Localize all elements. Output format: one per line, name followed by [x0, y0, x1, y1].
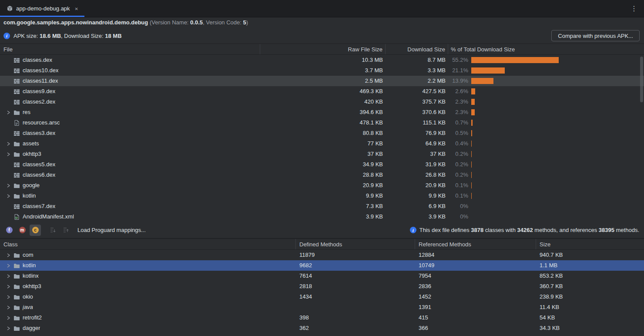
apk-size-value: 18.6 MB: [40, 33, 61, 39]
download-size-bar: [471, 109, 475, 115]
compare-previous-apk-button[interactable]: Compare with previous APK...: [551, 30, 640, 41]
expand-chevron-icon[interactable]: [3, 184, 13, 188]
download-size-value: 375.7 KB: [386, 97, 448, 107]
class-table-row[interactable]: retrofit2 398 415 54 KB: [0, 312, 644, 323]
close-icon[interactable]: [73, 5, 80, 12]
referenced-methods-count: 38395: [599, 227, 614, 233]
file-table-header: File Raw File Size Download Size % of To…: [0, 44, 644, 55]
column-header-percent-of-total[interactable]: % of Total Download Size: [448, 44, 644, 54]
file-table-row[interactable]: assets 77 KB 64.9 KB 0.4%: [0, 138, 644, 149]
file-table-row[interactable]: classes9.dex 469.3 KB 427.5 KB 2.6%: [0, 86, 644, 97]
expand-all-icon[interactable]: [47, 225, 58, 236]
file-table-row[interactable]: classes2.dex 420 KB 375.7 KB 2.3%: [0, 97, 644, 107]
download-size-value: 8.7 MB: [386, 55, 448, 65]
download-size-value: 64.9 KB: [386, 138, 448, 149]
expand-chevron-icon[interactable]: [3, 152, 13, 156]
raw-file-size-value: 469.3 KB: [260, 86, 386, 97]
version-close-paren: ): [246, 19, 248, 26]
percent-of-total-value: 55.2%: [448, 55, 468, 65]
class-table-row[interactable]: java 1391 11.4 KB: [0, 302, 644, 312]
percent-of-total-value: 0.4%: [448, 138, 468, 149]
column-header-class[interactable]: Class: [0, 239, 296, 249]
size-value: 11.4 KB: [536, 302, 644, 312]
class-table-row[interactable]: okio 1434 1452 238.9 KB: [0, 292, 644, 302]
expand-chevron-icon[interactable]: [3, 264, 13, 268]
download-size-bar: [471, 193, 472, 199]
raw-file-size-value: 80.8 KB: [260, 128, 386, 138]
vertical-scrollbar[interactable]: [640, 57, 643, 102]
show-referenced-classes-toggle-icon[interactable]: [30, 225, 41, 236]
package-name: com: [23, 250, 34, 260]
column-header-raw-file-size[interactable]: Raw File Size: [260, 44, 386, 54]
dex-file-icon: [13, 88, 20, 95]
load-proguard-mappings-button[interactable]: Load Proguard mappings...: [77, 227, 146, 233]
class-table-row[interactable]: com 11879 12884 940.7 KB: [0, 250, 644, 260]
size-value: 54 KB: [536, 312, 644, 323]
file-table-row[interactable]: resources.arsc 478.1 KB 115.1 KB 0.7%: [0, 118, 644, 128]
class-table-row[interactable]: dagger 362 366 34.3 KB: [0, 323, 644, 333]
tab-apk-file[interactable]: app-demo-debug.apk: [0, 0, 84, 17]
raw-file-size-value: 9.9 KB: [260, 191, 386, 201]
file-name: assets: [23, 138, 39, 149]
expand-chevron-icon[interactable]: [3, 274, 13, 278]
file-table-row[interactable]: okhttp3 37 KB 37 KB 0.2%: [0, 149, 644, 159]
column-header-defined-methods[interactable]: Defined Methods: [296, 239, 415, 249]
expand-chevron-icon[interactable]: [3, 253, 13, 257]
collapse-all-icon[interactable]: [60, 225, 71, 236]
package-folder-icon: [13, 294, 20, 300]
package-name: okhttp3: [23, 281, 41, 292]
dex-file-icon: [13, 78, 20, 84]
package-name: kotlinx: [23, 271, 39, 281]
column-header-download-size[interactable]: Download Size: [386, 44, 448, 54]
referenced-methods-value: 366: [415, 323, 536, 333]
defined-methods-value: 11879: [296, 250, 415, 260]
file-table-row[interactable]: google 20.9 KB 20.9 KB 0.1%: [0, 180, 644, 191]
package-folder-icon: [13, 273, 20, 279]
file-table-row[interactable]: classes11.dex 2.5 MB 2.2 MB 13.9%: [0, 76, 644, 86]
dex-file-icon: [13, 99, 20, 105]
expand-chevron-icon[interactable]: [3, 316, 13, 320]
svg-text:M: M: [15, 216, 18, 219]
download-size-bar: [471, 130, 472, 136]
expand-chevron-icon[interactable]: [3, 306, 13, 309]
class-table-row[interactable]: okhttp3 2818 2836 360.7 KB: [0, 281, 644, 292]
column-header-referenced-methods[interactable]: Referenced Methods: [415, 239, 536, 249]
expand-chevron-icon[interactable]: [3, 111, 13, 114]
file-table-row[interactable]: classes5.dex 34.9 KB 31.9 KB 0.2%: [0, 159, 644, 170]
percent-of-total-value: 0%: [448, 201, 468, 212]
class-table-row[interactable]: kotlin 9682 10749 1.1 MB: [0, 260, 644, 271]
apk-size-text: APK size: 18.6 MB, Download Size: 18 MB: [13, 33, 122, 39]
show-fields-toggle-icon[interactable]: [3, 225, 15, 236]
file-table-row[interactable]: kotlin 9.9 KB 9.9 KB 0.1%: [0, 191, 644, 201]
file-table-row[interactable]: M AndroidManifest.xml 3.9 KB 3.9 KB 0%: [0, 212, 644, 222]
file-table-row[interactable]: classes3.dex 80.8 KB 76.9 KB 0.5%: [0, 128, 644, 138]
expand-chevron-icon[interactable]: [3, 285, 13, 289]
file-table-row[interactable]: res 394.6 KB 370.6 KB 2.3%: [0, 107, 644, 118]
class-table-row[interactable]: kotlinx 7614 7954 853.2 KB: [0, 271, 644, 281]
file-table-row[interactable]: classes7.dex 7.3 KB 6.9 KB 0%: [0, 201, 644, 212]
download-size-bar: [471, 120, 473, 126]
download-size-value: 3.3 MB: [386, 65, 448, 76]
info-icon: [3, 33, 10, 39]
file-table-row[interactable]: classes6.dex 28.8 KB 26.8 KB 0.2%: [0, 170, 644, 180]
expand-chevron-icon[interactable]: [3, 295, 13, 299]
file-table-row[interactable]: classes10.dex 3.7 MB 3.3 MB 21.1%: [0, 65, 644, 76]
download-size-bar: [471, 182, 472, 188]
expand-chevron-icon[interactable]: [3, 194, 13, 198]
expand-chevron-icon[interactable]: [3, 142, 13, 146]
column-header-file[interactable]: File: [0, 44, 260, 54]
package-name: okio: [23, 292, 33, 302]
classes-count: 3878: [471, 227, 483, 233]
referenced-methods-value: 1452: [415, 292, 536, 302]
download-size-bar: [471, 151, 472, 157]
tab-label: app-demo-debug.apk: [16, 5, 70, 12]
download-size-value: 26.8 KB: [386, 170, 448, 180]
class-table-body: com 11879 12884 940.7 KB kotlin 9682 107…: [0, 250, 644, 336]
file-name: classes6.dex: [23, 170, 55, 180]
kebab-menu-icon[interactable]: [624, 4, 644, 13]
raw-file-size-value: 20.9 KB: [260, 180, 386, 191]
expand-chevron-icon[interactable]: [3, 326, 13, 330]
file-table-row[interactable]: classes.dex 10.3 MB 8.7 MB 55.2%: [0, 55, 644, 65]
show-methods-toggle-icon[interactable]: [17, 225, 28, 236]
column-header-size[interactable]: Size: [536, 239, 644, 249]
